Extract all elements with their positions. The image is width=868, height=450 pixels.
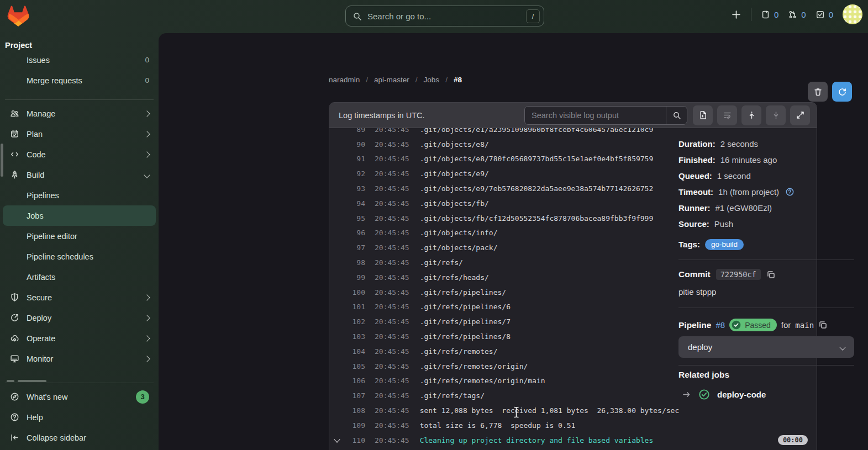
sidebar-item-label: Pipeline schedules [27, 252, 93, 261]
log-line-number[interactable]: 90 [344, 140, 365, 149]
stage-dropdown[interactable]: deploy [678, 336, 854, 358]
sidebar-nav-item[interactable]: Manage [3, 103, 156, 124]
topbar-counter[interactable]: 0 [816, 10, 833, 19]
log-line-number[interactable]: 99 [344, 273, 365, 282]
sidebar-nav-item[interactable]: Monitor [3, 348, 156, 369]
arrow-right-icon [682, 390, 691, 399]
sidebar-nav-item[interactable]: Pipeline schedules [3, 246, 156, 267]
log-text: .git/refs/remotes/ [420, 347, 498, 356]
pipeline-id-link[interactable]: #8 [716, 320, 725, 330]
log-timestamp: 20:45:45 [375, 436, 409, 444]
commit-message[interactable]: pitie stppp [678, 287, 716, 297]
log-line-number[interactable]: 100 [344, 288, 365, 297]
detail-value: 2 seconds [720, 139, 758, 149]
log-line-number[interactable]: 91 [344, 155, 365, 163]
chevron-right [144, 131, 150, 137]
job-detail-row: Finished: 16 minutes ago [678, 152, 855, 168]
sidebar-footer-item[interactable]: What's new 3 [3, 387, 156, 407]
retry-job-button[interactable] [832, 82, 852, 102]
pipeline-ref[interactable]: main [795, 321, 814, 330]
breadcrumb-item[interactable]: Jobs [424, 76, 440, 84]
log-text: .git/refs/heads/ [420, 273, 489, 282]
log-line-number[interactable]: 98 [344, 258, 365, 267]
people-icon [10, 109, 19, 118]
log-line-number[interactable]: 107 [344, 391, 365, 400]
log-text: .git/objects/fb/ [420, 199, 489, 208]
job-details: Duration: 2 seconds Finished: 16 minutes… [678, 136, 855, 232]
sidebar-footer-item[interactable]: Collapse sidebar [3, 427, 156, 448]
chevron-right [144, 335, 150, 341]
copy-commit-sha-icon[interactable] [766, 270, 776, 279]
tag-badge[interactable]: go-build [705, 239, 744, 250]
log-line-number[interactable]: 95 [344, 214, 365, 223]
log-text: .git/objects/info/ [420, 229, 498, 237]
topbar-counter[interactable]: 0 [788, 10, 806, 19]
chevron-right [144, 315, 150, 321]
topbar-right: 0 0 0 [731, 0, 862, 29]
sidebar-nav-item[interactable]: Code [3, 144, 156, 165]
log-line-number[interactable]: 109 [344, 421, 365, 430]
log-line-number[interactable]: 89 [344, 128, 365, 134]
erase-log-button[interactable] [808, 82, 828, 102]
breadcrumb-item[interactable]: api-master [374, 76, 409, 84]
log-text: Cleaning up project directory and file b… [420, 436, 654, 444]
log-line-number[interactable]: 104 [344, 347, 365, 356]
sidebar-nav-item[interactable]: Pipeline editor [3, 226, 156, 246]
log-timestamp: 20:45:45 [375, 170, 409, 178]
log-line-number[interactable]: 106 [344, 377, 365, 385]
chevron-down-icon [839, 344, 845, 350]
log-line-number[interactable]: 97 [344, 243, 365, 252]
breadcrumb-item[interactable]: #8 [454, 76, 462, 84]
create-new-button[interactable] [731, 9, 741, 20]
log-line-number[interactable]: 108 [344, 406, 365, 415]
log-line-number[interactable]: 105 [344, 362, 365, 370]
passed-check-icon [731, 320, 741, 330]
sidebar-item-label: Operate [27, 334, 55, 343]
sidebar-pinned-item[interactable]: Merge requests 0 [3, 70, 156, 91]
log-line-number[interactable]: 93 [344, 184, 365, 193]
global-search[interactable]: Search or go to... / [345, 6, 544, 27]
log-timestamp: 20:45:45 [375, 317, 409, 326]
log-line-number[interactable]: 110 [344, 436, 365, 444]
log-line-number[interactable]: 94 [344, 199, 365, 208]
sidebar-nav-item[interactable]: Build [3, 165, 156, 185]
gitlab-logo-icon[interactable] [7, 3, 30, 27]
chevron-down [144, 172, 150, 178]
job-detail-row: Queued: 1 second [678, 168, 855, 184]
breadcrumb-separator: / [445, 76, 448, 84]
search-shortcut-key: / [526, 9, 540, 23]
sidebar-footer-item[interactable]: Help [3, 407, 156, 427]
timeout-help-icon[interactable] [785, 187, 795, 197]
detail-label: Source: [678, 219, 709, 229]
chevron-right [144, 356, 150, 362]
log-line-number[interactable]: 92 [344, 170, 365, 178]
sidebar-pinned-item[interactable]: Issues 0 [3, 50, 156, 70]
pipeline-status-badge[interactable]: Passed [729, 319, 777, 331]
pipeline-status-text: Passed [745, 321, 771, 330]
sidebar-nav-item[interactable]: Operate [3, 328, 156, 348]
copy-ref-icon[interactable] [818, 320, 828, 330]
log-line-number[interactable]: 102 [344, 317, 365, 326]
search-icon [353, 12, 362, 21]
commit-sha-badge[interactable]: 722950cf [716, 269, 761, 280]
related-job-item[interactable]: deploy-code [682, 389, 766, 400]
sidebar-nav-item[interactable]: Secure [3, 287, 156, 308]
topbar-counter[interactable]: 0 [761, 10, 778, 19]
log-line-number[interactable]: 101 [344, 303, 365, 311]
user-avatar[interactable] [843, 4, 862, 24]
log-timestamp: 20:45:45 [375, 391, 409, 400]
collapse-section-chevron-icon[interactable] [334, 436, 340, 442]
log-line-number[interactable]: 103 [344, 332, 365, 341]
trash-icon [813, 87, 823, 97]
sidebar-nav-item[interactable]: Pipelines [3, 185, 156, 205]
log-line-number[interactable]: 96 [344, 229, 365, 237]
sidebar-nav-item[interactable]: Deploy [3, 308, 156, 328]
log-search-input[interactable] [525, 107, 666, 124]
sidebar-nav-item[interactable]: Plan [3, 124, 156, 144]
topbar-divider [751, 8, 751, 21]
sidebar-item-label: Manage [27, 109, 55, 118]
breadcrumb-item[interactable]: naradmin [329, 76, 360, 84]
detail-value: Push [714, 219, 733, 229]
sidebar-nav-item[interactable]: Artifacts [3, 267, 156, 287]
sidebar-nav-item[interactable]: Jobs [3, 205, 156, 226]
